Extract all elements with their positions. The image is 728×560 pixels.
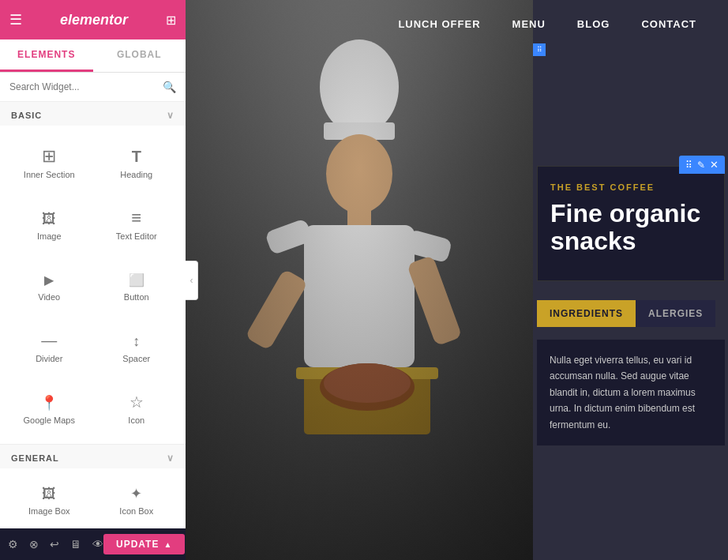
widget-icon-label: Icon [128, 415, 144, 425]
nav-menu[interactable]: MENU [512, 18, 546, 30]
grid-handle-icon: ⠿ [537, 46, 542, 54]
widget-button-label: Button [124, 292, 149, 302]
spacer-icon [133, 332, 140, 349]
svg-rect-4 [304, 225, 415, 367]
button-icon [129, 270, 144, 288]
divider-icon [41, 332, 57, 349]
tab-global[interactable]: GLOBAL [93, 39, 186, 72]
basic-section-chevron[interactable]: ∨ [167, 110, 174, 121]
heading-icon [132, 148, 141, 165]
widget-text-editor-label: Text Editor [116, 231, 157, 241]
search-bar: 🔍 [0, 73, 186, 102]
general-section-label: GENERAL [11, 453, 59, 463]
nav-contact[interactable]: CONTACT [641, 18, 696, 30]
widget-icon[interactable]: Icon [94, 378, 180, 438]
grid-resize-handle[interactable]: ⠿ [533, 43, 546, 56]
widget-spacer[interactable]: Spacer [94, 316, 180, 376]
hamburger-icon[interactable]: ☰ [9, 11, 22, 28]
widget-heading-label: Heading [120, 170, 152, 179]
google-maps-icon [40, 393, 58, 411]
card-subtitle: THE BEST COFFEE [550, 182, 711, 192]
update-label: UPDATE [116, 539, 159, 550]
element-close-icon[interactable]: ✕ [710, 159, 719, 171]
icon-widget-icon [129, 393, 144, 411]
body-paragraph: Nulla eget viverra tellus, eu vari id ac… [550, 352, 712, 433]
sidebar-collapse-handle[interactable]: ‹ [186, 261, 198, 300]
icon-box-icon [130, 484, 142, 502]
element-handle-icon[interactable]: ⠿ [685, 160, 692, 171]
svg-point-12 [324, 363, 411, 403]
inner-section-icon [42, 148, 56, 165]
update-button[interactable]: UPDATE ▲ [103, 534, 185, 554]
widget-image-box[interactable]: Image Box [6, 475, 92, 522]
tab-elements[interactable]: ELEMENTS [0, 39, 93, 72]
widget-inner-section-label: Inner Section [24, 170, 75, 179]
image-icon [42, 209, 56, 227]
svg-rect-8 [407, 255, 463, 346]
content-tabs: INGREDIENTS ALERGIES [537, 300, 725, 327]
widget-button[interactable]: Button [94, 255, 180, 315]
undo-icon[interactable]: ↩ [50, 538, 59, 551]
nav-lunch-offer[interactable]: LUNCH OFFER [398, 18, 480, 30]
widget-divider[interactable]: Divider [6, 316, 92, 376]
image-box-icon [42, 484, 56, 502]
basic-widget-grid: Inner Section Heading Image Text Editor … [0, 126, 186, 444]
svg-rect-3 [347, 207, 371, 227]
chef-image-background [186, 0, 533, 560]
chef-illustration [241, 24, 478, 513]
settings-icon[interactable]: ⚙ [8, 538, 18, 551]
tab-ingredients[interactable]: INGREDIENTS [537, 300, 636, 327]
widget-image[interactable]: Image [6, 194, 92, 254]
svg-point-0 [320, 39, 399, 134]
sidebar: ELEMENTS GLOBAL 🔍 BASIC ∨ Inner Section … [0, 39, 186, 528]
search-icon: 🔍 [163, 81, 176, 93]
canvas-area: ⠿ ⠿ ✎ ✕ THE BEST COFFEE Fine organic sna… [186, 0, 728, 560]
elementor-header: ☰ elementor ⊞ [0, 0, 186, 39]
bottom-toolbar: ⚙ ⊗ ↩ 🖥 👁 UPDATE ▲ [0, 528, 186, 560]
widget-image-box-label: Image Box [28, 506, 70, 516]
collapse-icon: ‹ [190, 275, 193, 286]
svg-point-2 [326, 134, 392, 213]
search-input[interactable] [9, 81, 156, 92]
responsive-icon[interactable]: 🖥 [70, 538, 81, 551]
widget-text-editor[interactable]: Text Editor [94, 194, 180, 254]
general-section: GENERAL ∨ Image Box Icon Box [0, 444, 186, 528]
element-edit-icon[interactable]: ✎ [697, 160, 705, 171]
widget-icon-box[interactable]: Icon Box [94, 475, 180, 522]
video-icon [44, 270, 54, 288]
update-arrow-icon: ▲ [163, 540, 172, 549]
preview-icon[interactable]: 👁 [92, 538, 103, 551]
general-section-header: GENERAL ∨ [0, 445, 186, 468]
elementor-logo: elementor [60, 12, 128, 28]
basic-section-header: BASIC ∨ [0, 102, 186, 126]
widget-image-label: Image [37, 231, 62, 241]
layers-icon[interactable]: ⊗ [29, 538, 39, 551]
widget-heading[interactable]: Heading [94, 132, 180, 192]
widget-inner-section[interactable]: Inner Section [6, 132, 92, 192]
svg-rect-7 [245, 269, 308, 351]
general-widget-grid: Image Box Icon Box [0, 468, 186, 528]
widget-video-label: Video [38, 292, 60, 302]
widget-icon-box-label: Icon Box [119, 506, 153, 516]
widget-google-maps[interactable]: Google Maps [6, 378, 92, 438]
text-editor-icon [131, 209, 141, 227]
widget-spacer-label: Spacer [122, 354, 150, 363]
content-card: THE BEST COFFEE Fine organic snacks [537, 166, 725, 281]
general-section-chevron[interactable]: ∨ [167, 453, 174, 464]
toolbar-left-icons: ⚙ ⊗ ↩ 🖥 👁 [8, 538, 103, 551]
sidebar-tabs: ELEMENTS GLOBAL [0, 39, 186, 73]
widget-video[interactable]: Video [6, 255, 92, 315]
widget-google-maps-label: Google Maps [24, 415, 75, 425]
apps-grid-icon[interactable]: ⊞ [166, 13, 176, 28]
nav-blog[interactable]: BLOG [577, 18, 610, 30]
element-float-toolbar: ⠿ ✎ ✕ [679, 156, 725, 174]
tab-alergies[interactable]: ALERGIES [636, 300, 715, 327]
basic-section-label: BASIC [11, 111, 42, 120]
top-navigation: LUNCH OFFER MENU BLOG CONTACT [186, 0, 728, 47]
content-body-text: Nulla eget viverra tellus, eu vari id ac… [537, 340, 725, 445]
card-title: Fine organic snacks [550, 200, 711, 255]
widget-divider-label: Divider [36, 354, 62, 363]
